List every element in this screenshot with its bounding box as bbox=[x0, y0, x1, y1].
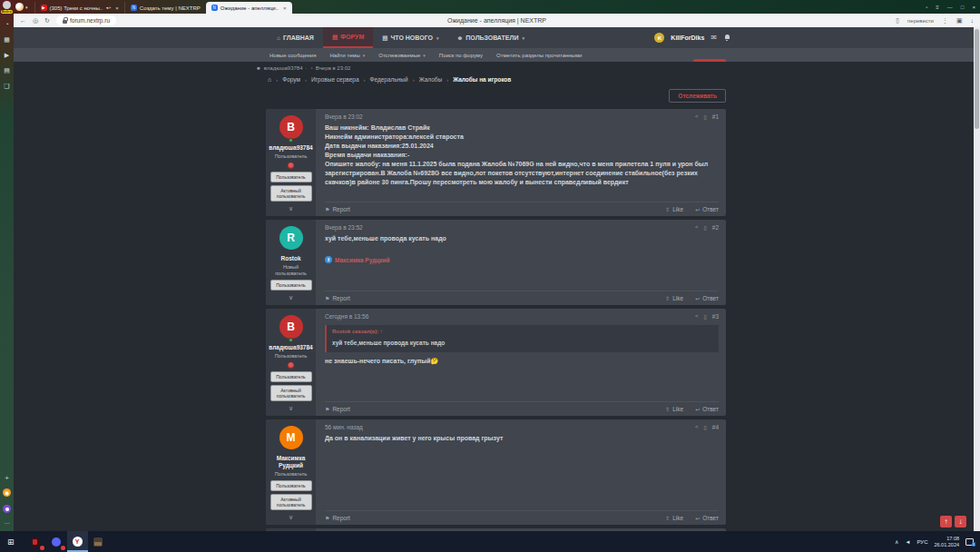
browser-tab[interactable]: NОжидание - апелляци..× bbox=[206, 2, 292, 14]
like-button[interactable]: ⇧ Like bbox=[665, 515, 683, 521]
share-icon[interactable]: < bbox=[695, 113, 699, 119]
subnav-item[interactable]: Отметить разделы прочитанными bbox=[496, 53, 582, 58]
volume-icon[interactable]: ◄ bbox=[906, 539, 911, 545]
bookmark-flag-icon[interactable]: ▯ bbox=[896, 17, 899, 25]
language-indicator[interactable]: РУС bbox=[916, 539, 927, 545]
reply-button-partial[interactable] bbox=[693, 59, 726, 62]
subnav-item[interactable]: Поиск по форуму bbox=[439, 53, 483, 58]
win-menu-icon[interactable]: ≡ bbox=[936, 5, 939, 10]
quote-header[interactable]: Rostok сказал(а): ↑ bbox=[332, 329, 713, 334]
win-close-icon[interactable]: × bbox=[972, 5, 975, 10]
scroll-top-button[interactable]: ↑ bbox=[940, 516, 952, 527]
tableau-icon[interactable]: ▦ bbox=[4, 35, 10, 44]
expand-chevron-icon[interactable]: ∨ bbox=[289, 510, 293, 521]
messenger-icon[interactable]: ❑ bbox=[4, 82, 9, 90]
nav-item-что нового[interactable]: ▤ЧТО НОВОГО▾ bbox=[373, 27, 447, 48]
scroll-bottom-button[interactable]: ↓ bbox=[955, 516, 966, 527]
author-avatar[interactable]: R bbox=[279, 226, 303, 250]
taskbar-clock[interactable]: 17:08 26.01.2024 bbox=[934, 536, 959, 547]
reply-button[interactable]: ↩ Ответ bbox=[695, 515, 719, 521]
home-icon[interactable]: ⌂ bbox=[268, 76, 271, 83]
author-name[interactable]: Rostok bbox=[280, 255, 300, 262]
bookmark-icon[interactable]: ▯ bbox=[703, 424, 706, 430]
author-name[interactable]: владюша93784 bbox=[269, 344, 312, 351]
shield-icon[interactable]: ◎ bbox=[33, 17, 38, 25]
watch-thread-button[interactable]: Отслеживать bbox=[669, 89, 726, 103]
alice-assistant-icon[interactable] bbox=[3, 505, 11, 513]
subnav-item[interactable]: Отслеживаемые▾ bbox=[378, 53, 426, 58]
photos-app-icon[interactable] bbox=[88, 531, 109, 552]
address-bar[interactable]: forum.nextrp.ru bbox=[56, 15, 116, 25]
translate-button[interactable]: перевести bbox=[907, 18, 934, 24]
bookmark-icon[interactable]: ▯ bbox=[703, 313, 706, 320]
breadcrumb-item[interactable]: Жалобы bbox=[419, 76, 443, 83]
report-link[interactable]: ⚑ Report bbox=[325, 406, 350, 412]
author-avatar[interactable]: B bbox=[279, 315, 303, 339]
kebab-menu-icon[interactable]: ⋮ bbox=[942, 17, 948, 25]
like-button[interactable]: ⇧ Like bbox=[665, 406, 683, 412]
post-date[interactable]: Сегодня в 13:56 bbox=[325, 313, 368, 320]
browser-tab[interactable]: NСоздать тему | NEXTRP bbox=[124, 2, 206, 14]
pinned-site-button[interactable]: ▾ bbox=[15, 0, 28, 14]
expand-chevron-icon[interactable]: ∨ bbox=[289, 291, 293, 301]
report-link[interactable]: ⚑ Report bbox=[325, 206, 350, 212]
post-date[interactable]: Вчера в 23:52 bbox=[325, 224, 363, 231]
post-date[interactable]: Вчера в 23:02 bbox=[325, 113, 363, 120]
page-scrollbar[interactable] bbox=[974, 27, 980, 531]
signin-button[interactable]: Войти bbox=[1, 1, 13, 13]
start-button[interactable]: ⊞ bbox=[7, 537, 15, 547]
author-avatar[interactable]: B bbox=[279, 115, 303, 139]
share-icon[interactable]: < bbox=[695, 424, 699, 429]
expand-chevron-icon[interactable]: ∨ bbox=[289, 202, 293, 212]
breadcrumb-item[interactable]: Жалобы на игроков bbox=[453, 76, 511, 83]
tab-close-icon[interactable]: × bbox=[283, 5, 287, 11]
account-name[interactable]: KillForDiks bbox=[671, 34, 704, 41]
author-name[interactable]: владюша93784 bbox=[269, 144, 312, 152]
report-link[interactable]: ⚑ Report bbox=[325, 515, 350, 521]
mail-icon[interactable] bbox=[3, 488, 11, 497]
reply-button[interactable]: ↩ Ответ bbox=[695, 406, 719, 412]
share-icon[interactable]: < bbox=[695, 313, 699, 319]
win-panel-icon[interactable]: ▫ bbox=[926, 5, 927, 10]
nav-item-главная[interactable]: ⌂ГЛАВНАЯ bbox=[268, 27, 323, 48]
breadcrumb-item[interactable]: Федеральный bbox=[370, 76, 408, 83]
post-number[interactable]: #1 bbox=[712, 113, 719, 120]
post-date[interactable]: 56 мин. назад bbox=[325, 424, 363, 430]
nav-item-форум[interactable]: ▤ФОРУМ bbox=[323, 27, 373, 48]
subnav-item[interactable]: Новые сообщения bbox=[270, 53, 316, 58]
inbox-icon[interactable]: ✉ bbox=[710, 34, 717, 42]
like-button[interactable]: ⇧ Like bbox=[665, 206, 683, 212]
tab-audio-icon[interactable]: ◄» bbox=[105, 5, 111, 10]
nav-item-пользователи[interactable]: ☻ПОЛЬЗОВАТЕЛИ▾ bbox=[447, 27, 533, 48]
game-app-icon[interactable] bbox=[25, 531, 46, 552]
video-icon[interactable]: ▶ bbox=[5, 51, 9, 59]
refresh-button[interactable]: ↻ bbox=[44, 17, 50, 25]
thread-author[interactable]: владюша93784 bbox=[264, 65, 303, 71]
reaction-user[interactable]: Максимка Рудцкий bbox=[335, 257, 390, 263]
yandex-browser-icon[interactable]: Y bbox=[67, 531, 88, 552]
alerts-bell-icon[interactable] bbox=[723, 34, 730, 42]
subnav-item[interactable]: Найти темы▾ bbox=[329, 53, 365, 58]
share-icon[interactable]: < bbox=[695, 224, 699, 230]
like-button[interactable]: ⇧ Like bbox=[665, 295, 683, 301]
discord-app-icon[interactable] bbox=[46, 531, 67, 552]
bookmark-icon[interactable]: ▯ bbox=[703, 224, 706, 231]
win-min-icon[interactable]: — bbox=[947, 5, 953, 10]
back-button[interactable]: ← bbox=[20, 17, 26, 24]
expand-chevron-icon[interactable]: ∨ bbox=[289, 401, 293, 412]
tab-close-icon[interactable]: × bbox=[115, 5, 119, 11]
post-number[interactable]: #4 bbox=[712, 424, 719, 430]
bookmark-icon[interactable]: ▯ bbox=[703, 113, 706, 120]
bookmarks-icon[interactable]: ▤ bbox=[4, 66, 10, 74]
hidden-icons-chevron[interactable]: ∧ bbox=[895, 538, 898, 545]
report-link[interactable]: ⚑ Report bbox=[325, 295, 350, 301]
browser-tab[interactable]: ▶(305) Треки с ночны..◄»× bbox=[34, 2, 124, 14]
quote-block[interactable]: Rostok сказал(а): ↑ хуй тебе,меньше пров… bbox=[325, 325, 719, 352]
post-number[interactable]: #3 bbox=[712, 313, 719, 320]
download-icon[interactable]: ↓ bbox=[971, 17, 975, 24]
post-number[interactable]: #2 bbox=[712, 224, 719, 231]
collections-icon[interactable]: ▣ bbox=[956, 17, 963, 25]
add-panel-icon[interactable]: + bbox=[5, 474, 9, 482]
reaction-bar[interactable]: ⇧ Максимка Рудцкий bbox=[325, 256, 719, 263]
history-icon[interactable]: ◔ bbox=[5, 20, 8, 28]
